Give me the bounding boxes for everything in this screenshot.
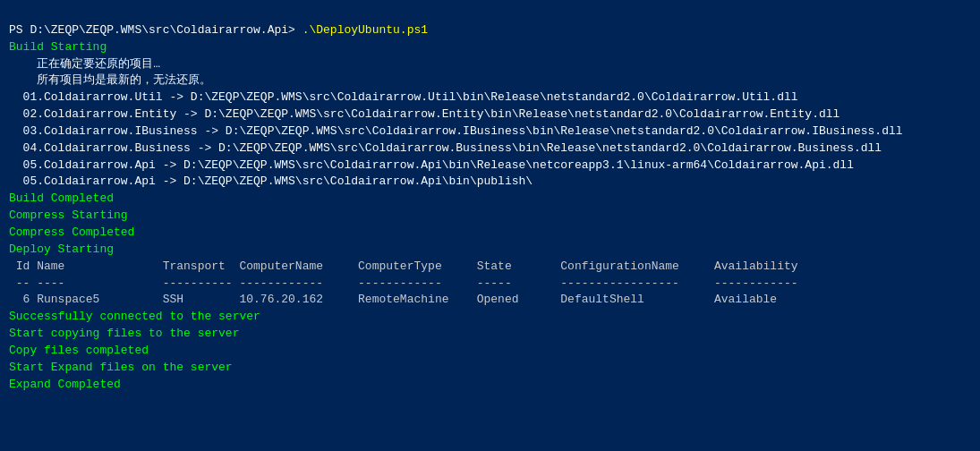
- terminal-line: 6 Runspace5 SSH 10.76.20.162 RemoteMachi…: [9, 292, 971, 309]
- terminal-line: 05.Coldairarrow.Api -> D:\ZEQP\ZEQP.WMS\…: [9, 157, 971, 174]
- terminal-line: Copy files completed: [9, 343, 971, 360]
- terminal-line: Expand Completed: [9, 377, 971, 394]
- terminal-line: -- ---- ---------- ------------ --------…: [9, 276, 971, 293]
- terminal-line: 所有项目均是最新的，无法还原。: [9, 72, 971, 89]
- terminal-line: Start copying files to the server: [9, 326, 971, 343]
- terminal-line: Id Name Transport ComputerName ComputerT…: [9, 259, 971, 276]
- terminal-line: Compress Completed: [9, 225, 971, 242]
- terminal-line: Successfully connected to the server: [9, 309, 971, 326]
- terminal-line: 02.Coldairarrow.Entity -> D:\ZEQP\ZEQP.W…: [9, 106, 971, 123]
- terminal-line: Build Starting: [9, 39, 971, 56]
- terminal-line: 正在确定要还原的项目…: [9, 56, 971, 73]
- terminal-line: 03.Coldairarrow.IBusiness -> D:\ZEQP\ZEQ…: [9, 123, 971, 140]
- terminal-line: PS D:\ZEQP\ZEQP.WMS\src\Coldairarrow.Api…: [9, 22, 971, 39]
- terminal-line: Compress Starting: [9, 208, 971, 225]
- terminal-line: 01.Coldairarrow.Util -> D:\ZEQP\ZEQP.WMS…: [9, 89, 971, 106]
- terminal-line: 05.Coldairarrow.Api -> D:\ZEQP\ZEQP.WMS\…: [9, 174, 971, 191]
- terminal-window: PS D:\ZEQP\ZEQP.WMS\src\Coldairarrow.Api…: [9, 5, 971, 446]
- terminal-line: Build Completed: [9, 191, 971, 208]
- terminal-line: Deploy Starting: [9, 242, 971, 259]
- terminal-line: 04.Coldairarrow.Business -> D:\ZEQP\ZEQP…: [9, 140, 971, 157]
- terminal-line: Start Expand files on the server: [9, 360, 971, 377]
